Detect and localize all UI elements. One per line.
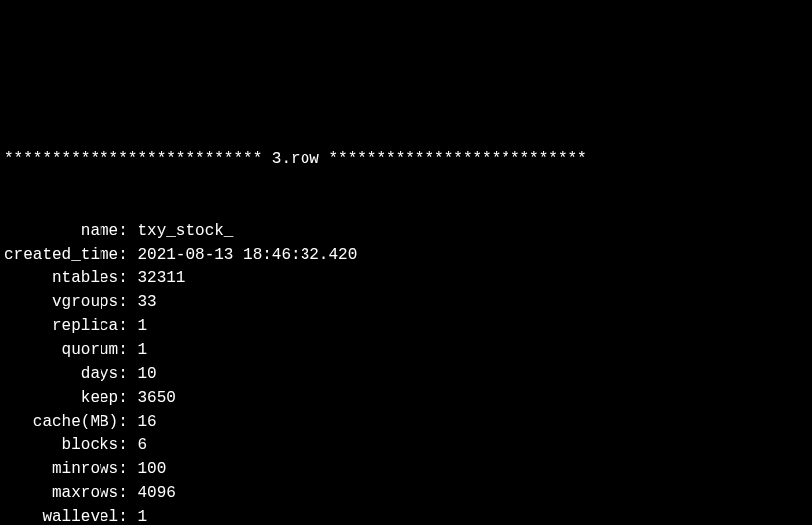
field-key: quorum xyxy=(4,338,118,362)
field-row: blocks: 6 xyxy=(4,434,808,457)
colon: : xyxy=(118,413,137,431)
field-row: vgroups: 33 xyxy=(4,290,808,314)
field-key: cache(MB) xyxy=(4,410,118,434)
field-key: ntables xyxy=(4,266,118,290)
field-key: blocks xyxy=(4,434,118,457)
field-key: days xyxy=(4,362,118,386)
field-key: name xyxy=(4,219,118,243)
field-value: 10 xyxy=(137,365,156,383)
colon: : xyxy=(118,437,137,454)
colon: : xyxy=(118,484,137,502)
colon: : xyxy=(118,508,137,525)
field-row: wallevel: 1 xyxy=(4,505,808,525)
field-key: minrows xyxy=(4,457,118,481)
colon: : xyxy=(118,341,137,359)
field-key: keep xyxy=(4,386,118,410)
field-value: txy_stock_ xyxy=(137,222,233,240)
row-separator: *************************** 3.row ******… xyxy=(4,147,808,171)
field-row: days: 10 xyxy=(4,362,808,386)
field-row: quorum: 1 xyxy=(4,338,808,362)
field-row: maxrows: 4096 xyxy=(4,481,808,505)
colon: : xyxy=(118,293,137,311)
colon: : xyxy=(118,389,137,407)
field-key: maxrows xyxy=(4,481,118,505)
field-key: created_time xyxy=(4,243,118,266)
field-row: name: txy_stock_ xyxy=(4,219,808,243)
field-value: 1 xyxy=(137,341,147,359)
field-value: 6 xyxy=(137,437,147,454)
field-value: 33 xyxy=(137,293,156,311)
field-key: vgroups xyxy=(4,290,118,314)
field-value: 3650 xyxy=(137,389,175,407)
field-value: 2021-08-13 18:46:32.420 xyxy=(137,246,357,263)
field-value: 1 xyxy=(137,508,147,525)
field-row: created_time: 2021-08-13 18:46:32.420 xyxy=(4,243,808,266)
field-value: 16 xyxy=(137,413,156,431)
field-row: ntables: 32311 xyxy=(4,266,808,290)
colon: : xyxy=(118,460,137,478)
colon: : xyxy=(118,246,137,263)
colon: : xyxy=(118,365,137,383)
field-row: minrows: 100 xyxy=(4,457,808,481)
field-value: 4096 xyxy=(137,484,175,502)
terminal-output: *************************** 3.row ******… xyxy=(4,99,808,525)
field-value: 32311 xyxy=(137,269,185,287)
field-row: keep: 3650 xyxy=(4,386,808,410)
field-row: replica: 1 xyxy=(4,314,808,338)
colon: : xyxy=(118,269,137,287)
field-key: wallevel xyxy=(4,505,118,525)
colon: : xyxy=(118,317,137,335)
field-key: replica xyxy=(4,314,118,338)
colon: : xyxy=(118,222,137,240)
fields-list: name: txy_stock_created_time: 2021-08-13… xyxy=(4,219,808,525)
field-row: cache(MB): 16 xyxy=(4,410,808,434)
field-value: 100 xyxy=(137,460,166,478)
field-value: 1 xyxy=(137,317,147,335)
